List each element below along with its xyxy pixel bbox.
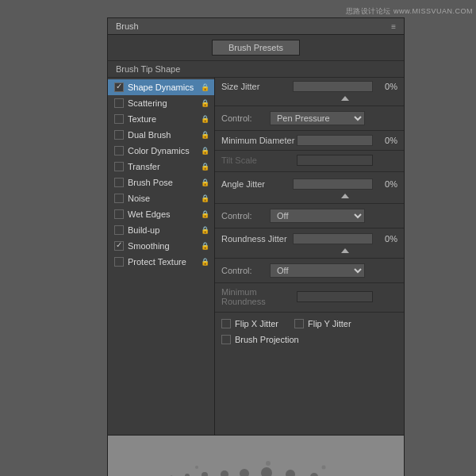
sidebar-item-protect-texture[interactable]: Protect Texture 🔒 <box>108 254 214 270</box>
sidebar: Shape Dynamics 🔒 Scattering 🔒 Texture 🔒 … <box>108 78 215 435</box>
size-jitter-section: Size Jitter 0% <box>215 78 404 106</box>
size-jitter-arrow <box>341 96 349 101</box>
flip-x-checkbox[interactable] <box>221 319 231 328</box>
lock-icon-texture: 🔒 <box>201 115 209 123</box>
checkbox-scattering[interactable] <box>114 98 124 108</box>
sidebar-item-brush-pose[interactable]: Brush Pose 🔒 <box>108 175 214 190</box>
sidebar-item-scattering[interactable]: Scattering 🔒 <box>108 95 214 111</box>
roundness-jitter-section: Roundness Jitter 0% <box>215 230 404 259</box>
lock-icon-noise: 🔒 <box>201 194 209 202</box>
checkbox-wet-edges[interactable] <box>114 209 124 219</box>
size-jitter-label: Size Jitter <box>221 82 293 91</box>
checkbox-shape-dynamics[interactable] <box>114 83 124 92</box>
sidebar-item-color-dynamics[interactable]: Color Dynamics 🔒 <box>108 143 214 159</box>
control1-select[interactable]: Pen Pressure Off Fade Pen Tilt Stylus Wh… <box>270 111 365 125</box>
minimum-roundness-slider[interactable] <box>297 291 374 302</box>
svg-point-4 <box>185 474 190 477</box>
lock-icon-dual-brush: 🔒 <box>201 131 209 139</box>
brush-panel: Brush ≡ Brush Presets Brush Tip Shape Sh… <box>107 17 405 476</box>
brush-presets-button[interactable]: Brush Presets <box>212 40 300 56</box>
sidebar-label-color-dynamics: Color Dynamics <box>128 146 199 155</box>
main-content: Shape Dynamics 🔒 Scattering 🔒 Texture 🔒 … <box>108 78 404 435</box>
control2-label: Control: <box>221 211 265 221</box>
checkbox-protect-texture[interactable] <box>114 257 124 267</box>
size-jitter-value: 0% <box>378 82 397 91</box>
brush-tip-shape-header: Brush Tip Shape <box>108 61 404 78</box>
sidebar-label-smoothing: Smoothing <box>128 241 199 251</box>
flip-y-item[interactable]: Flip Y Jitter <box>294 319 351 328</box>
sidebar-label-dual-brush: Dual Brush <box>128 130 199 140</box>
sidebar-label-shape-dynamics: Shape Dynamics <box>128 83 199 92</box>
lock-icon-shape-dynamics: 🔒 <box>201 83 209 91</box>
panel-menu-icon[interactable]: ≡ <box>391 22 396 31</box>
control2-select[interactable]: Off Fade Pen Pressure Pen Tilt Stylus Wh… <box>270 209 365 223</box>
brush-projection-item[interactable]: Brush Projection <box>221 335 299 344</box>
roundness-jitter-label: Roundness Jitter <box>221 234 293 244</box>
angle-jitter-slider[interactable] <box>293 178 373 190</box>
flip-y-label: Flip Y Jitter <box>308 319 351 328</box>
lock-icon-smoothing: 🔒 <box>201 242 209 250</box>
watermark: 思路设计论坛 www.MISSVUAN.COM <box>346 6 473 17</box>
size-jitter-slider[interactable] <box>293 81 373 92</box>
sidebar-label-texture: Texture <box>128 114 199 124</box>
size-jitter-row: Size Jitter 0% <box>221 81 397 92</box>
lock-icon-transfer: 🔒 <box>201 163 209 171</box>
lock-icon-scattering: 🔒 <box>201 99 209 107</box>
angle-jitter-value: 0% <box>378 179 397 189</box>
control1-row: Control: Pen Pressure Off Fade Pen Tilt … <box>215 109 404 128</box>
angle-jitter-section: Angle Jitter 0% <box>215 175 404 204</box>
roundness-jitter-row: Roundness Jitter 0% <box>221 233 397 244</box>
roundness-jitter-arrow <box>341 248 349 253</box>
roundness-jitter-slider[interactable] <box>293 233 373 244</box>
lock-icon-color-dynamics: 🔒 <box>201 147 209 155</box>
angle-jitter-arrow <box>341 194 349 198</box>
sidebar-item-dual-brush[interactable]: Dual Brush 🔒 <box>108 127 214 143</box>
flip-row: Flip X Jitter Flip Y Jitter <box>215 316 404 332</box>
control1-label: Control: <box>221 113 265 123</box>
flip-y-checkbox[interactable] <box>294 319 304 328</box>
control3-select[interactable]: Off Fade Pen Pressure Pen Tilt Stylus Wh… <box>270 263 365 278</box>
minimum-diameter-slider[interactable] <box>297 135 374 146</box>
sidebar-item-texture[interactable]: Texture 🔒 <box>108 111 214 127</box>
checkbox-texture[interactable] <box>114 114 124 124</box>
sidebar-item-wet-edges[interactable]: Wet Edges 🔒 <box>108 206 214 222</box>
tilt-scale-slider[interactable] <box>297 155 374 166</box>
checkbox-noise[interactable] <box>114 194 124 203</box>
angle-jitter-row: Angle Jitter 0% <box>221 178 397 190</box>
brush-projection-row: Brush Projection <box>215 332 404 347</box>
sidebar-item-shape-dynamics[interactable]: Shape Dynamics 🔒 <box>108 79 214 95</box>
flip-x-item[interactable]: Flip X Jitter <box>221 319 278 328</box>
sidebar-label-noise: Noise <box>128 194 199 203</box>
lock-icon-wet-edges: 🔒 <box>201 210 209 218</box>
brush-preview-svg <box>109 440 403 477</box>
sidebar-label-transfer: Transfer <box>128 162 199 171</box>
sidebar-item-transfer[interactable]: Transfer 🔒 <box>108 159 214 175</box>
control3-label: Control: <box>221 266 265 275</box>
svg-point-21 <box>321 465 325 469</box>
svg-point-5 <box>202 472 208 477</box>
sidebar-item-smoothing[interactable]: Smoothing 🔒 <box>108 238 214 254</box>
checkbox-dual-brush[interactable] <box>114 130 124 140</box>
checkbox-color-dynamics[interactable] <box>114 146 124 155</box>
checkbox-smoothing[interactable] <box>114 241 124 251</box>
brush-projection-label: Brush Projection <box>235 335 299 344</box>
tilt-scale-label: Tilt Scale <box>221 155 297 165</box>
checkbox-build-up[interactable] <box>114 225 124 235</box>
minimum-roundness-row: Minimum Roundness <box>215 285 404 309</box>
minimum-roundness-label: Minimum Roundness <box>221 287 297 306</box>
sidebar-label-protect-texture: Protect Texture <box>128 257 199 267</box>
flip-x-label: Flip X Jitter <box>235 319 278 328</box>
brush-projection-checkbox[interactable] <box>221 335 231 344</box>
sidebar-label-build-up: Build-up <box>128 225 199 235</box>
sidebar-item-build-up[interactable]: Build-up 🔒 <box>108 222 214 238</box>
sidebar-item-noise[interactable]: Noise 🔒 <box>108 190 214 206</box>
control2-row: Control: Off Fade Pen Pressure Pen Tilt … <box>215 206 404 225</box>
sidebar-label-scattering: Scattering <box>128 98 199 108</box>
svg-point-8 <box>261 467 272 477</box>
minimum-diameter-value: 0% <box>378 136 397 145</box>
tilt-scale-row: Tilt Scale <box>215 152 404 168</box>
lock-icon-protect-texture: 🔒 <box>201 258 209 266</box>
checkbox-transfer[interactable] <box>114 162 124 171</box>
checkbox-brush-pose[interactable] <box>114 178 124 187</box>
lock-icon-brush-pose: 🔒 <box>201 178 209 186</box>
